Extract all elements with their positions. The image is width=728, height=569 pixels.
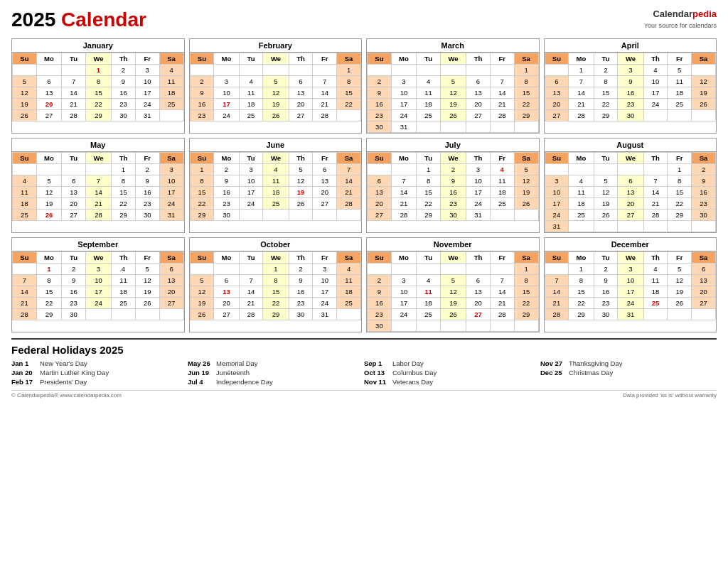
cal-day: 27 [159, 298, 183, 309]
cal-day: 23 [368, 309, 392, 320]
cal-day: 28 [337, 198, 361, 210]
cal-day: 25 [417, 110, 441, 121]
cal-day: 26 [514, 198, 538, 210]
cal-day: 31 [391, 121, 416, 133]
cal-day: 3 [618, 264, 643, 275]
cal-day: 20 [545, 99, 569, 110]
col-header-sa: Sa [337, 153, 361, 164]
cal-day: 20 [368, 198, 392, 210]
cal-day: 2 [692, 164, 716, 175]
cal-day [263, 65, 289, 76]
cal-day: 10 [239, 175, 263, 187]
col-header-fr: Fr [135, 153, 159, 164]
cal-day: 1 [337, 65, 361, 76]
cal-day: 13 [618, 187, 643, 198]
cal-day [668, 309, 692, 320]
cal-day: 27 [214, 309, 239, 320]
cal-day [214, 264, 239, 275]
cal-day: 19 [263, 99, 289, 110]
cal-day: 31 [135, 110, 159, 121]
cal-day: 17 [85, 286, 111, 298]
cal-day: 26 [668, 298, 692, 309]
cal-day [490, 121, 514, 133]
cal-day: 29 [569, 309, 594, 320]
holiday-name: New Year's Day [40, 359, 87, 367]
cal-day [239, 264, 263, 275]
holiday-date: Jan 20 [11, 369, 37, 376]
cal-day: 19 [135, 286, 159, 298]
cal-day: 17 [239, 187, 263, 198]
footer-right: Data provided 'as is' without warranty [623, 392, 717, 399]
month-title-january: January [12, 39, 184, 53]
cal-day: 23 [368, 110, 392, 121]
cal-day: 26 [190, 309, 214, 320]
cal-day: 3 [391, 76, 416, 87]
holiday-row: Oct 13Columbus Day [364, 369, 540, 376]
col-header-sa: Sa [692, 53, 716, 65]
cal-day: 20 [466, 99, 491, 110]
cal-day: 20 [466, 298, 491, 309]
cal-day [692, 110, 716, 121]
cal-day [490, 65, 514, 76]
cal-day [569, 164, 594, 175]
col-header-tu: Tu [239, 153, 263, 164]
holiday-date: Oct 13 [364, 369, 390, 376]
cal-day: 9 [368, 87, 392, 99]
cal-day: 11 [490, 175, 514, 187]
cal-day: 11 [417, 87, 441, 99]
month-title-august: August [545, 139, 717, 152]
cal-table-october: SuMoTuWeThFrSa12345678910111213141516171… [190, 251, 362, 320]
footer-left: © Calendarpedia® www.calendarpedia.com [11, 392, 122, 399]
cal-day: 30 [368, 121, 392, 133]
cal-day: 3 [545, 175, 569, 187]
col-header-mo: Mo [391, 252, 416, 264]
page-title: 2025 Calendar [11, 9, 146, 31]
cal-day: 20 [159, 286, 183, 298]
col-header-we: We [85, 252, 111, 264]
cal-day: 15 [337, 87, 361, 99]
cal-day: 27 [545, 110, 569, 121]
cal-day: 23 [440, 198, 466, 210]
cal-day [490, 210, 514, 221]
cal-day: 22 [85, 99, 111, 110]
cal-day [85, 164, 111, 175]
cal-day: 11 [569, 187, 594, 198]
month-title-april: April [545, 39, 717, 53]
cal-day: 24 [313, 298, 337, 309]
cal-day: 19 [36, 198, 61, 210]
cal-day: 29 [112, 210, 136, 221]
cal-day: 31 [159, 210, 183, 221]
cal-day: 26 [135, 298, 159, 309]
cal-day: 4 [490, 164, 514, 175]
cal-day: 13 [692, 275, 716, 286]
cal-day: 4 [417, 275, 441, 286]
cal-day: 7 [391, 175, 416, 187]
cal-day [643, 221, 668, 232]
cal-day: 8 [514, 76, 538, 87]
cal-day: 1 [85, 65, 111, 76]
cal-day [440, 121, 466, 133]
cal-day [391, 65, 416, 76]
cal-day: 15 [417, 187, 441, 198]
col-header-su: Su [368, 153, 392, 164]
cal-day: 6 [545, 76, 569, 87]
cal-day: 10 [85, 275, 111, 286]
cal-day: 9 [190, 87, 214, 99]
cal-day: 30 [594, 309, 618, 320]
month-may: MaySuMoTuWeThFrSa12345678910111213141516… [11, 138, 185, 233]
cal-day: 31 [545, 221, 569, 232]
cal-day: 9 [692, 175, 716, 187]
holiday-col-2: Sep 1Labor DayOct 13Columbus DayNov 11Ve… [364, 359, 540, 387]
col-header-mo: Mo [391, 53, 416, 65]
cal-day [214, 65, 239, 76]
col-header-we: We [440, 252, 466, 264]
cal-day: 27 [62, 210, 86, 221]
cal-day: 29 [514, 110, 538, 121]
holiday-row: Jun 19Juneteenth [188, 369, 364, 376]
cal-day: 11 [239, 87, 263, 99]
cal-day: 8 [594, 76, 618, 87]
cal-day: 12 [289, 175, 313, 187]
cal-day: 12 [263, 87, 289, 99]
cal-day [594, 164, 618, 175]
month-september: SeptemberSuMoTuWeThFrSa12345678910111213… [11, 237, 185, 332]
